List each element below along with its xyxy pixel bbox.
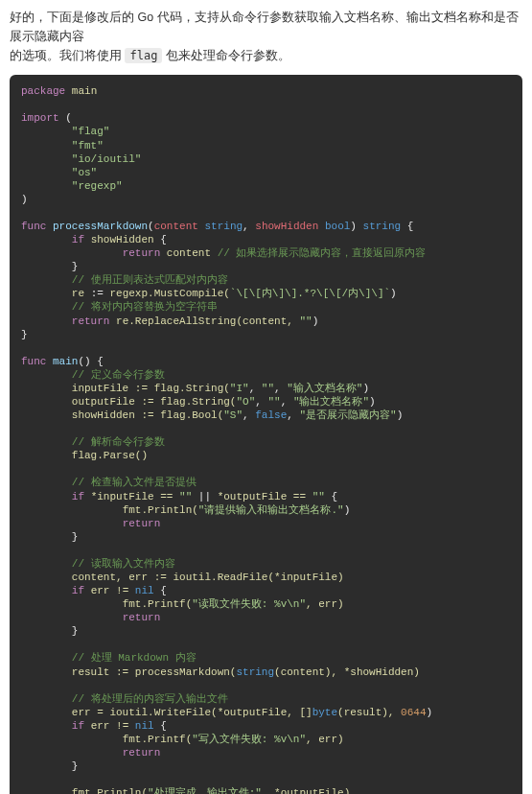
id-main: main bbox=[72, 85, 97, 97]
printf-1: fmt.Printf( bbox=[123, 598, 193, 610]
flag-o-desc: "输出文档名称" bbox=[293, 396, 369, 408]
regexp-mustcompile: regexp.MustCompile( bbox=[109, 288, 229, 299]
perm-0644: 0644 bbox=[401, 707, 426, 718]
kw-import: import bbox=[21, 112, 59, 124]
lparen: ( bbox=[65, 112, 72, 124]
ret-string: string bbox=[363, 221, 402, 232]
inline-code-flag: flag bbox=[125, 48, 162, 63]
inputfile-lhs: inputFile := flag.String( bbox=[72, 383, 230, 394]
msg-writefail: "写入文件失败: %v\n" bbox=[192, 734, 306, 745]
cmt-process: // 处理 Markdown 内容 bbox=[72, 652, 197, 664]
imp-fmt: "fmt" bbox=[72, 140, 104, 152]
imp-flag: "flag" bbox=[72, 126, 110, 137]
println-1: fmt.Println( bbox=[123, 504, 198, 516]
imp-ioutil: "io/ioutil" bbox=[72, 153, 142, 165]
lit-false: false bbox=[255, 409, 287, 421]
result-lhs: result := processMarkdown( bbox=[72, 666, 237, 678]
msg-readfail: "读取文件失败: %v\n" bbox=[192, 598, 306, 610]
intro-line2a: 的选项。我们将使用 bbox=[10, 49, 125, 62]
msg-provide: "请提供输入和输出文档名称." bbox=[198, 504, 344, 516]
printf-2: fmt.Printf( bbox=[123, 734, 193, 745]
kw-return-1: return bbox=[123, 247, 161, 259]
cmt-return-original: // 如果选择展示隐藏内容，直接返回原内容 bbox=[218, 247, 427, 259]
imp-regexp: "regexp" bbox=[72, 180, 123, 192]
go-code-block: package main import ( "flag" "fmt" "io/i… bbox=[10, 75, 522, 794]
flag-s-desc: "是否展示隐藏内容" bbox=[299, 409, 396, 421]
read-lhs: content, err := ioutil.ReadFile(*inputFi… bbox=[72, 572, 344, 583]
intro-line1: 好的，下面是修改后的 Go 代码，支持从命令行参数获取输入文档名称、输出文档名称… bbox=[10, 11, 519, 43]
cmt-use-regex: // 使用正则表达式匹配对内内容 bbox=[72, 274, 228, 286]
write-lhs: err = ioutil.WriteFile(*outputFile, [] bbox=[72, 707, 312, 718]
flag-i-desc: "输入文档名称" bbox=[287, 383, 362, 394]
msg-done: "处理完成，输出文件:" bbox=[148, 787, 262, 794]
cmt-parse-flags: // 解析命令行参数 bbox=[72, 436, 165, 448]
kw-return-2: return bbox=[72, 315, 110, 327]
ty-string-1: string bbox=[204, 221, 243, 232]
intro-paragraph: 好的，下面是修改后的 Go 代码，支持从命令行参数获取输入文档名称、输出文档名称… bbox=[0, 0, 532, 71]
kw-func-1: func bbox=[21, 221, 46, 232]
kw-func-2: func bbox=[21, 356, 46, 367]
fn-processmarkdown: processMarkdown bbox=[53, 221, 148, 232]
flag-parse: flag.Parse() bbox=[72, 450, 148, 461]
lbrace-1: { bbox=[407, 221, 414, 232]
ty-bool: bool bbox=[325, 221, 350, 232]
lit-nil-1: nil bbox=[135, 585, 154, 596]
re-replaceallstring: re.ReplaceAllString(content, bbox=[116, 315, 299, 327]
cmt-write-out: // 将处理后的内容写入输出文件 bbox=[72, 693, 228, 705]
showhidden-lhs: showHidden := flag.Bool( bbox=[72, 409, 223, 421]
ty-byte: byte bbox=[312, 707, 337, 718]
cmt-check-input: // 检查输入文件是否提供 bbox=[72, 477, 197, 488]
lit-nil-2: nil bbox=[135, 720, 154, 732]
kw-package: package bbox=[21, 85, 65, 97]
cmt-replace-empty: // 将对内内容替换为空字符串 bbox=[72, 301, 218, 313]
cmt-define-flags: // 定义命令行参数 bbox=[72, 369, 165, 381]
regex-literal: `\[\[内\]\].*?\[\[/内\]\]` bbox=[230, 288, 390, 299]
cmt-read-input: // 读取输入文件内容 bbox=[72, 558, 175, 570]
println-done: fmt.Println( bbox=[72, 787, 148, 794]
param-content: content bbox=[154, 221, 198, 232]
cast-string: string bbox=[236, 666, 274, 678]
outputfile-lhs: outputFile := flag.String( bbox=[72, 396, 237, 408]
param-showhidden: showHidden bbox=[255, 221, 318, 232]
imp-os: "os" bbox=[72, 167, 97, 178]
intro-line2b: 包来处理命令行参数。 bbox=[162, 49, 289, 62]
fn-main: main bbox=[53, 356, 78, 367]
kw-if-1: if bbox=[72, 234, 84, 245]
rparen: ) bbox=[21, 194, 28, 205]
